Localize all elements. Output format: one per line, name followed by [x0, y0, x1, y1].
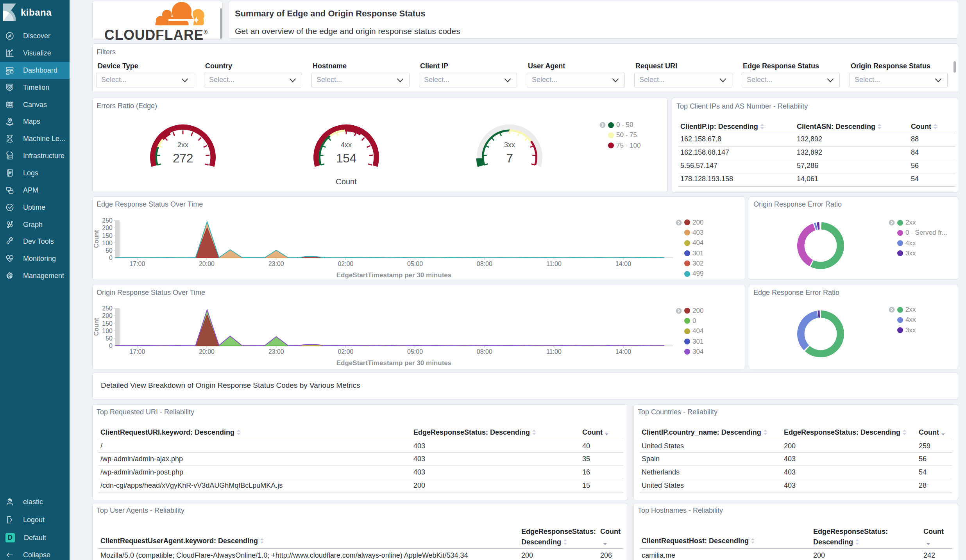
svg-text:05:00: 05:00 [407, 348, 423, 355]
svg-text:02:00: 02:00 [338, 348, 353, 355]
svg-text:100: 100 [102, 328, 113, 334]
svg-text:20:00: 20:00 [199, 260, 215, 267]
svg-text:17:00: 17:00 [129, 260, 145, 267]
svg-text:272: 272 [173, 151, 193, 165]
svg-text:2xx: 2xx [177, 141, 188, 149]
svg-text:23:00: 23:00 [268, 348, 284, 355]
svg-text:EdgeStartTimestamp per 30 minu: EdgeStartTimestamp per 30 minutes [336, 359, 451, 367]
svg-text:200: 200 [102, 225, 113, 231]
svg-text:4xx: 4xx [341, 141, 352, 149]
svg-text:Count: Count [93, 317, 100, 336]
svg-text:200: 200 [102, 312, 113, 319]
svg-text:08:00: 08:00 [477, 348, 492, 355]
svg-text:17:00: 17:00 [129, 348, 145, 355]
svg-text:3xx: 3xx [504, 141, 515, 149]
svg-text:Count: Count [336, 177, 357, 186]
svg-text:08:00: 08:00 [477, 260, 492, 267]
svg-text:150: 150 [102, 232, 113, 239]
svg-text:14:00: 14:00 [615, 260, 631, 267]
svg-text:20:00: 20:00 [199, 348, 215, 355]
svg-text:250: 250 [102, 305, 113, 312]
svg-text:EdgeStartTimestamp per 30 minu: EdgeStartTimestamp per 30 minutes [336, 271, 451, 279]
svg-text:154: 154 [336, 151, 356, 165]
svg-text:250: 250 [102, 217, 113, 224]
svg-text:50: 50 [106, 335, 113, 342]
svg-text:Count: Count [93, 230, 100, 248]
svg-text:0: 0 [109, 342, 113, 349]
svg-text:11:00: 11:00 [546, 348, 562, 355]
svg-text:0: 0 [109, 255, 113, 261]
svg-text:7: 7 [506, 151, 513, 165]
svg-text:23:00: 23:00 [268, 260, 284, 267]
svg-text:11:00: 11:00 [546, 260, 562, 267]
svg-text:14:00: 14:00 [615, 348, 631, 355]
svg-text:02:00: 02:00 [338, 260, 353, 267]
svg-text:100: 100 [102, 240, 113, 246]
svg-text:150: 150 [102, 320, 113, 327]
svg-text:05:00: 05:00 [407, 260, 423, 267]
svg-text:50: 50 [106, 247, 113, 254]
